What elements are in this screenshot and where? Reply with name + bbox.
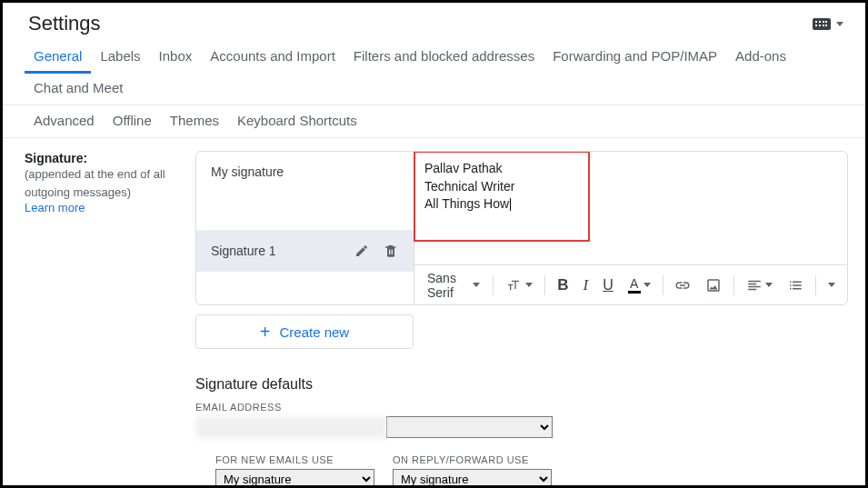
caret-down-icon (765, 283, 773, 287)
tab-accounts-and-import[interactable]: Accounts and Import (201, 41, 344, 74)
tab-labels[interactable]: Labels (91, 41, 149, 74)
delete-icon[interactable] (383, 243, 399, 259)
create-new-label: Create new (279, 324, 349, 340)
editor-line: Pallav Pathak (424, 160, 579, 178)
editor-toolbar: Sans Serif B I U A (414, 264, 847, 304)
caret-down-icon (525, 283, 533, 287)
align-button[interactable] (740, 272, 779, 299)
plus-icon: + (260, 322, 271, 343)
tab-add-ons[interactable]: Add-ons (726, 41, 795, 74)
font-family-select[interactable]: Sans Serif (420, 265, 487, 305)
italic-button[interactable]: I (576, 271, 594, 300)
font-family-label: Sans Serif (427, 271, 470, 300)
tab-keyboard-shortcuts[interactable]: Keyboard Shortcuts (228, 105, 366, 138)
keyboard-icon (813, 18, 831, 30)
text-color-button[interactable]: A (622, 272, 657, 299)
signature-editor[interactable]: Pallav Pathak Technical Writer All Thing… (414, 152, 847, 264)
underline-button[interactable]: U (596, 272, 620, 299)
caret-down-icon (836, 22, 843, 26)
signature-heading: Signature: (25, 151, 186, 165)
tab-themes[interactable]: Themes (161, 105, 228, 138)
list-button[interactable] (781, 272, 810, 299)
signature-item[interactable]: My signature (196, 152, 414, 192)
signature-item-name: Signature 1 (211, 244, 276, 258)
caret-down-icon (473, 283, 480, 287)
signature-editor-box: My signature Signature 1 (195, 151, 848, 305)
reply-forward-select[interactable]: My signature (393, 469, 552, 488)
tab-filters-and-blocked-addresses[interactable]: Filters and blocked addresses (344, 41, 544, 74)
tab-inbox[interactable]: Inbox (150, 41, 202, 74)
signature-list: My signature Signature 1 (196, 152, 414, 304)
email-address-blurred (195, 416, 386, 438)
edit-icon[interactable] (354, 243, 370, 259)
email-address-select[interactable] (386, 416, 553, 438)
caret-down-icon (644, 283, 651, 287)
signature-item-name: My signature (211, 164, 284, 179)
link-button[interactable] (668, 272, 697, 299)
tab-chat-and-meet[interactable]: Chat and Meet (25, 73, 132, 105)
new-emails-label: FOR NEW EMAILS USE (215, 454, 374, 465)
image-button[interactable] (699, 272, 728, 299)
signature-defaults-heading: Signature defaults (195, 376, 848, 393)
page-title: Settings (28, 12, 101, 35)
tab-offline[interactable]: Offline (104, 105, 161, 138)
signature-item-selected[interactable]: Signature 1 (196, 230, 414, 272)
font-size-button[interactable] (498, 273, 539, 298)
new-emails-select[interactable]: My signature (215, 469, 374, 488)
signature-subtext: (appended at the end of all outgoing mes… (25, 165, 186, 201)
reply-forward-label: ON REPLY/FORWARD USE (393, 454, 552, 465)
more-formatting-button[interactable] (822, 277, 842, 293)
editor-line: Technical Writer (424, 178, 579, 196)
tab-forwarding-and-pop-imap[interactable]: Forwarding and POP/IMAP (544, 41, 726, 74)
tab-advanced[interactable]: Advanced (25, 105, 104, 138)
email-address-label: EMAIL ADDRESS (195, 402, 848, 413)
editor-line: All Things How (424, 195, 579, 214)
bold-button[interactable]: B (551, 271, 574, 300)
create-new-button[interactable]: + Create new (195, 314, 414, 349)
input-tools-button[interactable] (813, 18, 843, 30)
caret-down-icon (828, 283, 835, 287)
signature-item-blurred (196, 192, 414, 230)
editor-highlight: Pallav Pathak Technical Writer All Thing… (414, 151, 590, 242)
tab-general[interactable]: General (25, 41, 91, 74)
learn-more-link[interactable]: Learn more (25, 201, 186, 214)
